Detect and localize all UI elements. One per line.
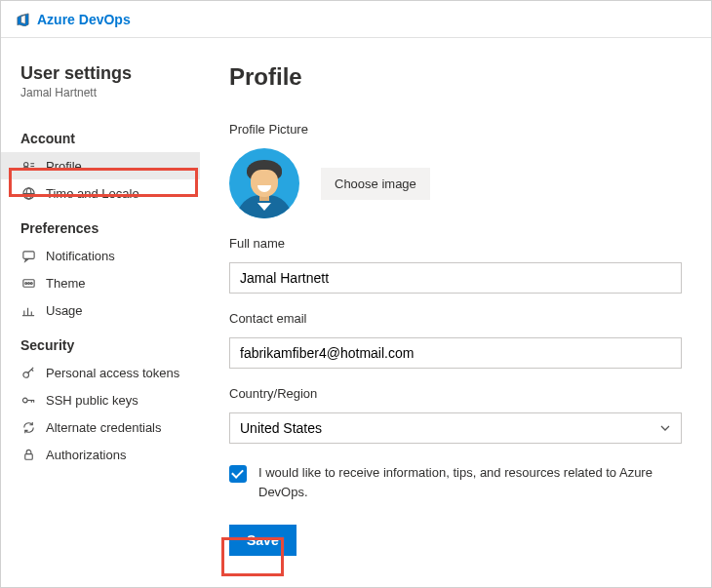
sidebar-item-label: Authorizations	[46, 448, 126, 462]
refresh-icon	[20, 419, 36, 435]
globe-icon	[20, 185, 36, 201]
profile-picture-label: Profile Picture	[229, 122, 682, 137]
svg-point-0	[23, 162, 27, 166]
sidebar-item-notifications[interactable]: Notifications	[1, 242, 200, 269]
group-header-security: Security	[1, 324, 200, 359]
svg-line-17	[31, 369, 33, 371]
svg-point-10	[30, 282, 32, 284]
avatar	[229, 148, 299, 218]
sidebar-item-authorizations[interactable]: Authorizations	[1, 441, 200, 468]
brand-link[interactable]: Azure DevOps	[15, 12, 131, 27]
sidebar-item-profile[interactable]: Profile	[1, 152, 200, 179]
sidebar-item-label: Personal access tokens	[46, 366, 179, 380]
sidebar-item-label: Profile	[46, 159, 82, 174]
azure-devops-icon	[15, 12, 30, 27]
svg-point-8	[24, 282, 26, 284]
group-header-preferences: Preferences	[1, 207, 200, 242]
ssh-key-icon	[20, 392, 36, 408]
sidebar-item-usage[interactable]: Usage	[1, 296, 200, 324]
sidebar-item-label: Time and Locale	[46, 186, 139, 201]
sidebar-item-pat[interactable]: Personal access tokens	[1, 359, 200, 386]
optin-checkbox[interactable]	[229, 465, 247, 483]
fullname-field[interactable]	[229, 262, 682, 294]
svg-rect-22	[24, 453, 32, 459]
brand-name: Azure DevOps	[37, 12, 131, 27]
fullname-label: Full name	[229, 236, 682, 251]
save-button[interactable]: Save	[229, 525, 297, 556]
lock-icon	[20, 447, 36, 462]
chart-icon	[20, 302, 36, 318]
sidebar-title: User settings	[1, 63, 200, 86]
sidebar-item-label: Theme	[46, 276, 85, 291]
speech-icon	[20, 248, 36, 263]
country-label: Country/Region	[229, 386, 682, 401]
email-label: Contact email	[229, 311, 682, 326]
svg-rect-6	[22, 251, 33, 258]
sidebar-subtitle: Jamal Hartnett	[1, 86, 200, 117]
person-card-icon	[20, 158, 36, 174]
choose-image-button[interactable]: Choose image	[321, 168, 430, 200]
sidebar-item-alt-creds[interactable]: Alternate credentials	[1, 413, 200, 441]
svg-point-18	[22, 398, 27, 403]
email-field[interactable]	[229, 337, 682, 369]
sidebar-item-ssh[interactable]: SSH public keys	[1, 386, 200, 413]
key-icon	[20, 365, 36, 380]
sidebar-item-time-locale[interactable]: Time and Locale	[1, 179, 200, 207]
page-title: Profile	[229, 63, 682, 91]
main-content: Profile Profile Picture Choose image Ful…	[200, 38, 711, 587]
sidebar-item-theme[interactable]: Theme	[1, 269, 200, 296]
sidebar-item-label: Alternate credentials	[46, 420, 162, 435]
country-select[interactable]: United States	[229, 412, 682, 444]
sidebar-item-label: SSH public keys	[46, 393, 138, 408]
sidebar-item-label: Notifications	[46, 249, 115, 263]
sidebar: User settings Jamal Hartnett Account Pro…	[1, 38, 200, 587]
sidebar-item-label: Usage	[46, 303, 83, 318]
svg-point-9	[27, 282, 29, 284]
group-header-account: Account	[1, 117, 200, 152]
topbar: Azure DevOps	[1, 1, 711, 38]
optin-label: I would like to receive information, tip…	[258, 463, 682, 501]
palette-icon	[20, 275, 36, 291]
